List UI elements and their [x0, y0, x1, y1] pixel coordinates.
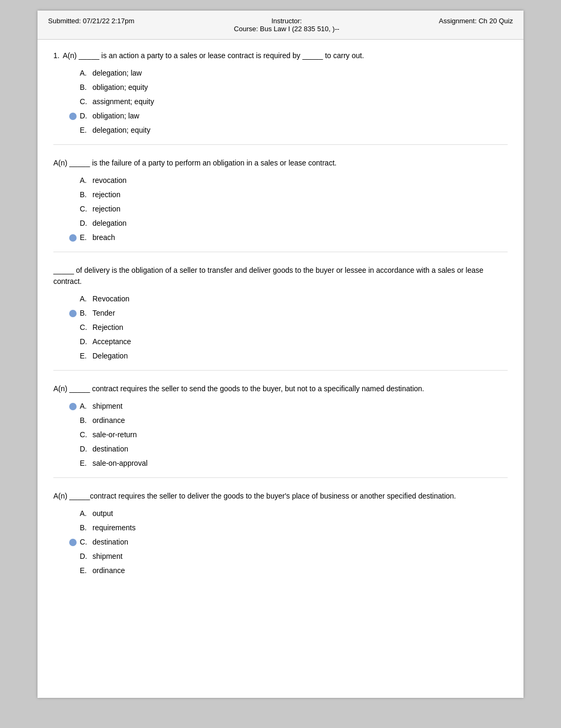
option-label-4-1: A.	[80, 401, 92, 412]
option-item-1-2[interactable]: B.obligation; equity	[69, 82, 508, 93]
option-item-1-3[interactable]: C.assignment; equity	[69, 96, 508, 107]
option-item-5-1[interactable]: A.output	[69, 508, 508, 519]
selected-dot-icon	[69, 310, 77, 317]
content: 1.A(n) _____ is an action a party to a s…	[38, 40, 523, 600]
option-label-4-3: C.	[80, 429, 92, 440]
unselected-placeholder	[69, 417, 77, 425]
option-text-1-5: delegation; equity	[92, 125, 151, 136]
unselected-placeholder	[69, 324, 77, 331]
option-text-5-1: output	[92, 508, 113, 519]
option-text-1-4: obligation; law	[92, 110, 139, 122]
option-item-5-3[interactable]: C.destination	[69, 537, 508, 548]
instructor-label: Instructor:	[272, 17, 302, 25]
question-1: 1.A(n) _____ is an action a party to a s…	[53, 50, 508, 145]
option-text-2-5: breach	[92, 232, 115, 243]
option-label-4-2: B.	[80, 415, 92, 426]
question-2: A(n) _____ is the failure of a party to …	[53, 158, 508, 252]
option-item-4-5[interactable]: E.sale-on-approval	[69, 458, 508, 469]
option-label-2-3: C.	[80, 204, 92, 215]
options-list-3: A.RevocationB.TenderC.RejectionD.Accepta…	[69, 293, 508, 362]
option-text-5-4: shipment	[92, 551, 123, 562]
option-item-3-2[interactable]: B.Tender	[69, 308, 508, 319]
option-item-5-5[interactable]: E.ordinance	[69, 565, 508, 576]
course-value: Bus Law I (22 835 510, )--	[260, 25, 339, 33]
unselected-placeholder	[69, 460, 77, 467]
option-item-2-4[interactable]: D.delegation	[69, 218, 508, 229]
question-text-4: A(n) _____ contract requires the seller …	[53, 383, 508, 394]
option-item-1-5[interactable]: E.delegation; equity	[69, 125, 508, 136]
question-4: A(n) _____ contract requires the seller …	[53, 383, 508, 478]
option-label-3-2: B.	[80, 308, 92, 319]
option-item-5-4[interactable]: D.shipment	[69, 551, 508, 562]
option-text-5-2: requirements	[92, 522, 136, 533]
option-text-1-1: delegation; law	[92, 68, 142, 79]
option-item-3-4[interactable]: D.Acceptance	[69, 336, 508, 347]
unselected-placeholder	[69, 220, 77, 227]
unselected-placeholder	[69, 446, 77, 453]
option-label-1-1: A.	[80, 68, 92, 79]
option-item-4-3[interactable]: C.sale-or-return	[69, 429, 508, 440]
question-divider	[53, 144, 508, 145]
header-right: Assignment: Ch 20 Quiz	[439, 17, 513, 25]
option-text-4-3: sale-or-return	[92, 429, 137, 440]
question-3: _____ of delivery is the obligation of a…	[53, 265, 508, 371]
option-item-2-1[interactable]: A.revocation	[69, 175, 508, 186]
question-text-2: A(n) _____ is the failure of a party to …	[53, 158, 508, 169]
options-list-5: A.outputB.requirementsC.destinationD.shi…	[69, 508, 508, 576]
option-text-2-2: rejection	[92, 189, 120, 200]
assignment-label: Assignment:	[439, 17, 477, 25]
option-text-5-5: ordinance	[92, 565, 125, 576]
option-item-1-1[interactable]: A.delegation; law	[69, 68, 508, 79]
option-label-2-1: A.	[80, 175, 92, 186]
selected-dot-icon	[69, 403, 77, 410]
unselected-placeholder	[69, 567, 77, 575]
page-container: Submitted: 07/21/22 2:17pm Instructor: C…	[38, 11, 523, 698]
option-item-2-5[interactable]: E.breach	[69, 232, 508, 243]
option-item-4-2[interactable]: B.ordinance	[69, 415, 508, 426]
unselected-placeholder	[69, 177, 77, 185]
option-text-2-3: rejection	[92, 204, 120, 215]
option-label-5-5: E.	[80, 565, 92, 576]
option-item-5-2[interactable]: B.requirements	[69, 522, 508, 533]
option-item-3-3[interactable]: C.Rejection	[69, 322, 508, 333]
option-item-2-2[interactable]: B.rejection	[69, 189, 508, 200]
option-item-4-4[interactable]: D.destination	[69, 444, 508, 455]
option-item-1-4[interactable]: D.obligation; law	[69, 110, 508, 122]
option-text-3-3: Rejection	[92, 322, 123, 333]
option-label-2-2: B.	[80, 189, 92, 200]
option-label-1-4: D.	[80, 110, 92, 122]
unselected-placeholder	[69, 296, 77, 303]
submitted-value: 07/21/22 2:17pm	[83, 17, 135, 25]
option-item-3-1[interactable]: A.Revocation	[69, 293, 508, 305]
option-text-1-2: obligation; equity	[92, 82, 148, 93]
unselected-placeholder	[69, 127, 77, 134]
question-divider	[53, 370, 508, 371]
header-submitted: Submitted: 07/21/22 2:17pm	[48, 17, 134, 25]
question-5: A(n) _____contract requires the seller t…	[53, 491, 508, 576]
question-divider	[53, 477, 508, 478]
option-label-2-5: E.	[80, 232, 92, 243]
option-text-4-1: shipment	[92, 401, 123, 412]
option-text-3-2: Tender	[92, 308, 115, 319]
option-label-4-4: D.	[80, 444, 92, 455]
options-list-2: A.revocationB.rejectionC.rejectionD.dele…	[69, 175, 508, 243]
unselected-placeholder	[69, 84, 77, 91]
option-text-2-1: revocation	[92, 175, 127, 186]
option-item-2-3[interactable]: C.rejection	[69, 204, 508, 215]
option-text-3-4: Acceptance	[92, 336, 131, 347]
option-text-1-3: assignment; equity	[92, 96, 154, 107]
question-text-1: 1.A(n) _____ is an action a party to a s…	[53, 50, 508, 61]
option-label-1-5: E.	[80, 125, 92, 136]
unselected-placeholder	[69, 553, 77, 560]
option-item-3-5[interactable]: E.Delegation	[69, 351, 508, 362]
question-number: 1.	[53, 51, 60, 60]
option-text-4-2: ordinance	[92, 415, 125, 426]
selected-dot-icon	[69, 539, 77, 546]
unselected-placeholder	[69, 431, 77, 439]
unselected-placeholder	[69, 338, 77, 346]
option-label-3-5: E.	[80, 351, 92, 362]
option-label-4-5: E.	[80, 458, 92, 469]
header: Submitted: 07/21/22 2:17pm Instructor: C…	[38, 11, 523, 40]
option-label-5-1: A.	[80, 508, 92, 519]
option-item-4-1[interactable]: A.shipment	[69, 401, 508, 412]
